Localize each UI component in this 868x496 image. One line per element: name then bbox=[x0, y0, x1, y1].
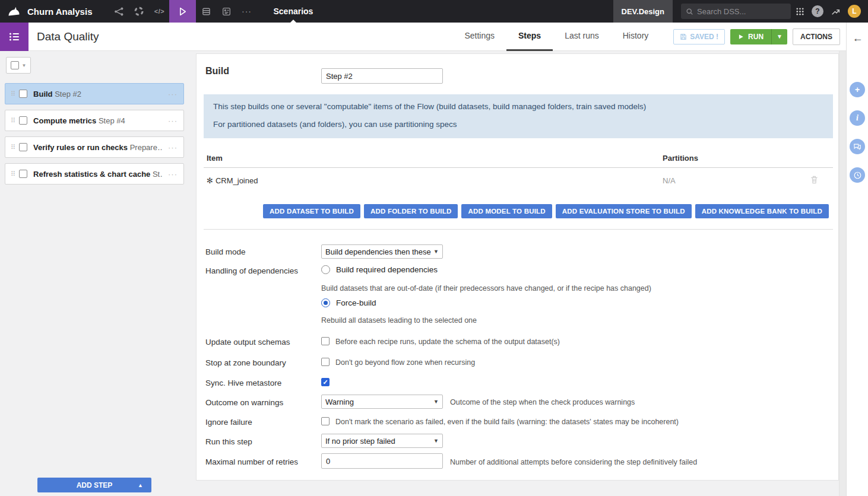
sync-hive-option[interactable]: ✓ bbox=[321, 378, 330, 386]
apps-grid-icon[interactable] bbox=[791, 0, 809, 23]
checkbox-checked-icon[interactable]: ✓ bbox=[321, 378, 330, 386]
select-caret-icon: ▼ bbox=[433, 249, 439, 255]
flow-icon[interactable] bbox=[109, 0, 129, 23]
ignore-failure-label: Ignore failure bbox=[205, 418, 252, 427]
step-checkbox[interactable] bbox=[19, 90, 27, 98]
save-icon bbox=[680, 33, 687, 40]
update-schemas-option[interactable]: Before each recipe runs, update the sche… bbox=[321, 337, 560, 346]
run-this-step-label: Run this step bbox=[205, 437, 252, 446]
step-info-box: This step builds one or several "computa… bbox=[204, 94, 833, 138]
user-avatar[interactable]: L bbox=[848, 5, 861, 18]
dataiku-logo-icon[interactable] bbox=[0, 0, 27, 23]
tab-steps[interactable]: Steps bbox=[506, 23, 553, 51]
saved-button[interactable]: SAVED ! bbox=[673, 29, 725, 44]
run-this-step-select[interactable]: If no prior step failed ▼ bbox=[321, 434, 443, 448]
run-play-icon bbox=[738, 34, 744, 40]
force-build-option[interactable]: Force-build bbox=[321, 298, 376, 307]
search-input[interactable] bbox=[697, 7, 780, 16]
step-type-title: Build bbox=[205, 66, 229, 77]
lab-icon[interactable] bbox=[129, 0, 149, 23]
more-menu-icon[interactable]: ··· bbox=[236, 0, 256, 23]
table-row: ✻CRM_joined N/A bbox=[204, 168, 833, 192]
retries-label: Maximal number of retries bbox=[205, 457, 298, 466]
add-step-caret-icon: ▲ bbox=[138, 482, 143, 488]
delete-item-icon[interactable] bbox=[810, 176, 818, 184]
retries-help: Number of additional attempts before con… bbox=[450, 458, 697, 466]
retries-input[interactable] bbox=[321, 453, 443, 469]
ignore-failure-option[interactable]: Don't mark the scenario as failed, even … bbox=[321, 417, 679, 426]
vertical-scrollbar[interactable] bbox=[839, 51, 846, 496]
radio-selected-icon[interactable] bbox=[321, 298, 330, 307]
outcome-warnings-label: Outcome on warnings bbox=[205, 398, 283, 407]
drag-handle-icon[interactable]: ⠿ bbox=[11, 144, 15, 151]
timeline-rail-icon[interactable] bbox=[850, 167, 865, 183]
add-knowledge-bank-button[interactable]: ADD KNOWLEDGE BANK TO BUILD bbox=[695, 204, 829, 218]
trend-icon[interactable] bbox=[826, 0, 844, 23]
step-checkbox[interactable] bbox=[19, 116, 27, 125]
env-badge[interactable]: DEV.Design bbox=[613, 0, 673, 23]
add-rail-icon[interactable]: + bbox=[850, 82, 865, 97]
radio-force-help: Rebuild all datasets leading to the sele… bbox=[321, 316, 477, 325]
step-menu-icon[interactable]: ··· bbox=[162, 116, 183, 125]
actions-button[interactable]: ACTIONS bbox=[793, 28, 840, 45]
scenario-list-icon[interactable] bbox=[0, 23, 28, 51]
step-menu-icon[interactable]: ··· bbox=[162, 90, 183, 98]
item-partitions: N/A bbox=[663, 176, 676, 185]
step-name-input[interactable] bbox=[321, 68, 443, 84]
dashboard-icon[interactable] bbox=[216, 0, 236, 23]
step-card-refresh-statistics[interactable]: ⠿ Refresh statistics & chart cache St… ·… bbox=[5, 163, 184, 185]
tab-last-runs[interactable]: Last runs bbox=[553, 23, 611, 51]
outcome-warnings-help: Outcome of the step when the check produ… bbox=[450, 398, 635, 406]
scenario-header: Data Quality Settings Steps Last runs Hi… bbox=[0, 23, 846, 51]
code-icon[interactable]: </> bbox=[149, 0, 169, 23]
select-all-checkbox[interactable] bbox=[11, 61, 19, 69]
app-root: Churn Analysis </> ··· Scenarios DEV.Des… bbox=[0, 0, 868, 496]
jobs-icon[interactable] bbox=[196, 0, 216, 23]
select-all-steps[interactable]: ▼ bbox=[6, 57, 31, 74]
checkbox-unchecked-icon[interactable] bbox=[321, 337, 330, 345]
collapse-panel-arrow[interactable]: ← bbox=[847, 32, 868, 44]
drag-handle-icon[interactable]: ⠿ bbox=[11, 90, 15, 98]
run-button[interactable]: RUN ▼ bbox=[730, 29, 787, 44]
search-box[interactable] bbox=[681, 4, 791, 19]
step-card-build[interactable]: ⠿ Build Step #2 ··· bbox=[5, 83, 184, 104]
run-dropdown-caret[interactable]: ▼ bbox=[771, 29, 787, 44]
step-settings-panel: Build This step builds one or several "c… bbox=[196, 53, 839, 481]
stop-zone-option[interactable]: Don't go beyond flow zone when recursing bbox=[321, 358, 475, 367]
section-label-scenarios[interactable]: Scenarios bbox=[273, 0, 313, 23]
help-icon[interactable]: ? bbox=[809, 0, 826, 23]
step-menu-icon[interactable]: ··· bbox=[162, 143, 183, 152]
add-model-button[interactable]: ADD MODEL TO BUILD bbox=[461, 204, 552, 218]
drag-handle-icon[interactable]: ⠿ bbox=[11, 170, 15, 178]
step-checkbox[interactable] bbox=[19, 170, 27, 178]
select-caret-icon: ▼ bbox=[433, 399, 439, 405]
checkbox-unchecked-icon[interactable] bbox=[321, 417, 330, 425]
add-step-button[interactable]: ADD STEP ▲ bbox=[37, 478, 151, 492]
add-dataset-button[interactable]: ADD DATASET TO BUILD bbox=[263, 204, 360, 218]
right-rail: ← + i bbox=[846, 23, 868, 496]
step-card-verify-rules[interactable]: ⠿ Verify rules or run checks Prepare… ··… bbox=[5, 136, 184, 158]
outcome-warnings-select[interactable]: Warning ▼ bbox=[321, 395, 443, 409]
info-line: This step builds one or several "computa… bbox=[213, 102, 646, 111]
radio-unselected-icon[interactable] bbox=[321, 265, 330, 274]
snowflake-dataset-icon: ✻ bbox=[207, 176, 213, 185]
build-required-dependencies-option[interactable]: Build required dependencies bbox=[321, 265, 438, 274]
project-title[interactable]: Churn Analysis bbox=[27, 7, 92, 17]
select-caret-icon: ▼ bbox=[433, 438, 439, 444]
build-mode-label: Build mode bbox=[205, 247, 246, 256]
checkbox-unchecked-icon[interactable] bbox=[321, 358, 330, 366]
tab-settings[interactable]: Settings bbox=[452, 23, 506, 51]
step-checkbox[interactable] bbox=[19, 143, 27, 151]
tab-history[interactable]: History bbox=[611, 23, 661, 51]
item-name: CRM_joined bbox=[216, 176, 258, 185]
step-card-compute-metrics[interactable]: ⠿ Compute metrics Step #4 ··· bbox=[5, 110, 184, 131]
add-folder-button[interactable]: ADD FOLDER TO BUILD bbox=[364, 204, 458, 218]
info-rail-icon[interactable]: i bbox=[850, 110, 865, 126]
handling-dependencies-label: Handling of dependencies bbox=[205, 266, 298, 275]
scenarios-play-icon[interactable] bbox=[169, 0, 196, 23]
build-mode-select[interactable]: Build dependencies then these items ▼ bbox=[321, 244, 443, 259]
add-evaluation-store-button[interactable]: ADD EVALUATION STORE TO BUILD bbox=[556, 204, 692, 218]
step-menu-icon[interactable]: ··· bbox=[162, 170, 183, 179]
discussions-rail-icon[interactable] bbox=[850, 139, 865, 154]
drag-handle-icon[interactable]: ⠿ bbox=[11, 117, 15, 125]
